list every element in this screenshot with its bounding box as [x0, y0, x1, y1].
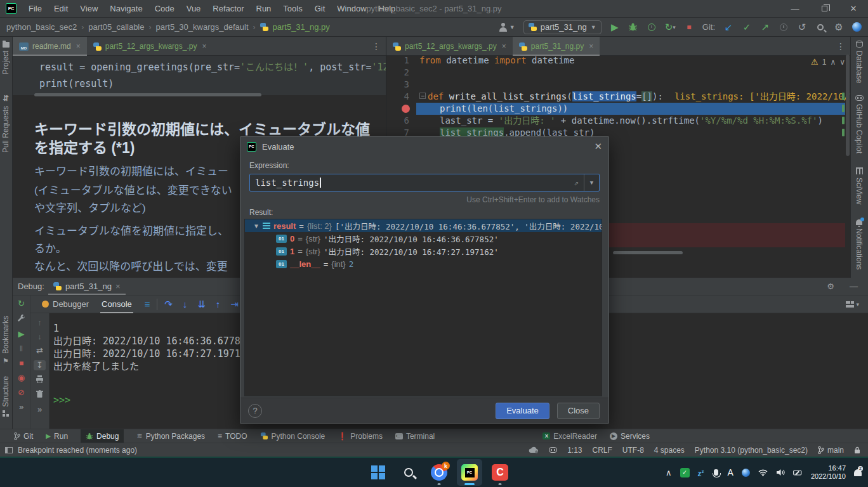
fold-icon[interactable]: [419, 93, 426, 99]
evaluate-button[interactable]: Evaluate: [496, 403, 549, 419]
close-tab-icon[interactable]: ×: [589, 42, 593, 51]
toolwindow-terminal[interactable]: ›_ Terminal: [395, 429, 435, 443]
layout-options-icon[interactable]: ≡: [145, 299, 150, 309]
step-over-button[interactable]: ↷: [164, 298, 174, 311]
code-line-5[interactable]: print(len(list_strings)): [419, 103, 850, 115]
menu-refactor[interactable]: Refactor: [213, 4, 244, 13]
toolwindow-problems[interactable]: ❗ Problems: [338, 429, 383, 443]
start-button[interactable]: [365, 459, 391, 486]
line-separator[interactable]: CRLF: [592, 446, 612, 455]
ime-mode-indicator[interactable]: A: [728, 467, 733, 477]
next-problem-icon[interactable]: ∨: [839, 58, 845, 67]
do-not-disturb-icon[interactable]: [854, 469, 862, 476]
vertical-scrollbar[interactable]: [846, 55, 850, 156]
profile-menu-button[interactable]: ▼: [499, 23, 515, 32]
menu-git[interactable]: Git: [315, 4, 326, 13]
search-everywhere-button[interactable]: [815, 21, 825, 34]
debug-session-tab[interactable]: part5_31_ng ×: [53, 282, 121, 291]
minimize-button[interactable]: —: [780, 0, 810, 17]
more-tabs-button[interactable]: ⋮: [831, 37, 850, 55]
step-out-button[interactable]: ↑: [213, 298, 223, 311]
menu-navigate[interactable]: Navigate: [110, 4, 142, 13]
history-button[interactable]: [779, 21, 789, 34]
menu-run[interactable]: Run: [256, 4, 272, 13]
debug-settings-button[interactable]: ⚙: [827, 282, 834, 291]
pause-button[interactable]: ‖: [20, 344, 23, 353]
close-tab-icon[interactable]: ×: [502, 42, 506, 51]
tool-window-layout-icon[interactable]: [5, 447, 13, 453]
git-branch-widget[interactable]: main: [818, 446, 844, 455]
breadcrumb-project[interactable]: python_basic_sec2: [6, 22, 77, 32]
tab-part5-12[interactable]: part5_12_args_kwargs_.py ×: [386, 37, 513, 56]
close-tab-icon[interactable]: ×: [202, 42, 206, 51]
tab-part5-31-ng[interactable]: part5_31_ng.py ×: [513, 37, 600, 56]
toolwindow-excelreader[interactable]: X ExcelReader: [542, 429, 597, 443]
menu-file[interactable]: File: [29, 4, 42, 13]
prev-problem-icon[interactable]: ∧: [830, 58, 836, 67]
indent-setting[interactable]: 4 spaces: [654, 446, 685, 455]
caret-position[interactable]: 1:13: [567, 446, 582, 455]
restore-button[interactable]: [810, 0, 839, 17]
toolwindow-debug[interactable]: Debug: [81, 429, 124, 443]
tray-overflow-button[interactable]: ∧: [666, 468, 672, 477]
toolwindow-run[interactable]: ▶ Run: [46, 429, 68, 443]
down-stack-button[interactable]: ↓: [37, 332, 42, 341]
horizontal-scrollbar[interactable]: [34, 93, 261, 96]
tab-readme[interactable]: MD readme.md ×: [13, 37, 87, 56]
file-encoding[interactable]: UTF-8: [622, 446, 644, 455]
history-dropdown-button[interactable]: ▼: [584, 174, 599, 191]
help-button[interactable]: ?: [248, 404, 262, 418]
wifi-icon[interactable]: [758, 469, 768, 476]
sidebar-item-github-copilot[interactable]: GitHub Copilot: [855, 95, 864, 153]
soft-wrap-button[interactable]: ⇄: [36, 346, 43, 355]
horizontal-scrollbar[interactable]: [613, 251, 683, 254]
code-with-me-icon[interactable]: [852, 22, 862, 32]
inspections-widget[interactable]: ⚠ 1 ∧ ∨: [811, 57, 845, 67]
view-breakpoints-button[interactable]: ◉: [18, 373, 25, 382]
run-configuration-select[interactable]: part5_31_ng ▼: [523, 20, 602, 34]
breadcrumb-module[interactable]: part5_30_kwargs_default: [156, 22, 249, 32]
hide-panel-button[interactable]: —: [850, 282, 858, 291]
git-update-button[interactable]: ↙: [723, 21, 733, 34]
close-tab-icon[interactable]: ×: [76, 42, 81, 51]
mute-breakpoints-button[interactable]: ⊘: [18, 388, 25, 397]
settings-button[interactable]: [17, 314, 25, 324]
sidebar-item-bookmarks[interactable]: Bookmarks ⚑: [1, 316, 10, 365]
breadcrumb-package[interactable]: part05_callable: [88, 22, 144, 32]
settings-button[interactable]: ⚙: [834, 21, 844, 34]
close-icon[interactable]: ✕: [594, 141, 602, 152]
chevron-down-icon[interactable]: ▼: [253, 223, 260, 230]
code-line-1[interactable]: from datetime import datetime: [419, 55, 850, 67]
stop-button[interactable]: ■: [19, 359, 23, 368]
more-actions-button[interactable]: »: [19, 403, 23, 412]
menu-code[interactable]: Code: [155, 4, 174, 13]
sidebar-item-pull-requests[interactable]: ⇵ Pull Requests: [1, 94, 10, 153]
taskbar-chrome[interactable]: k: [426, 459, 452, 486]
result-child-row[interactable]: 01 0 = {str} '出力日時: 2022/10/10 16:46:36.…: [245, 232, 602, 245]
run-to-cursor-button[interactable]: ⇥: [230, 298, 240, 311]
sidebar-item-project[interactable]: Project: [1, 42, 10, 74]
console-output[interactable]: 1 出力日時: 2022/10/10 16:46:36.677852 出力日時:…: [53, 322, 252, 373]
more-actions-button[interactable]: »: [37, 405, 42, 414]
expression-input[interactable]: list_strings ⇗ ▼: [249, 174, 600, 192]
rollback-button[interactable]: ↺: [797, 21, 807, 34]
menu-edit[interactable]: Edit: [54, 4, 68, 13]
close-tab-icon[interactable]: ×: [115, 282, 121, 291]
volume-icon[interactable]: [776, 469, 785, 476]
dialog-title-bar[interactable]: PC Evaluate ✕: [240, 137, 608, 156]
taskbar-pycharm[interactable]: PC: [457, 459, 482, 486]
toolwindow-python-packages[interactable]: ≋ Python Packages: [136, 429, 205, 443]
cloud-sync-icon[interactable]: [529, 446, 539, 453]
pen-battery-icon[interactable]: [793, 469, 803, 476]
expand-icon[interactable]: ⇗: [574, 178, 579, 187]
toolwindow-todo[interactable]: ≡ TODO: [218, 429, 247, 443]
code-line-6[interactable]: last_str = '出力日時: ' + datetime.now().str…: [419, 115, 850, 127]
rerun-button[interactable]: ↻: [18, 299, 25, 308]
clear-button[interactable]: [36, 390, 43, 400]
sidebar-item-notifications[interactable]: Notifications: [855, 219, 864, 269]
breadcrumb-file[interactable]: part5_31_ng.py: [273, 22, 330, 32]
resume-button[interactable]: ▶: [18, 330, 25, 339]
lock-icon[interactable]: [854, 446, 860, 454]
breakpoint-icon[interactable]: [402, 105, 410, 113]
taskbar-clock[interactable]: 16:47 2022/10/10: [811, 464, 846, 481]
